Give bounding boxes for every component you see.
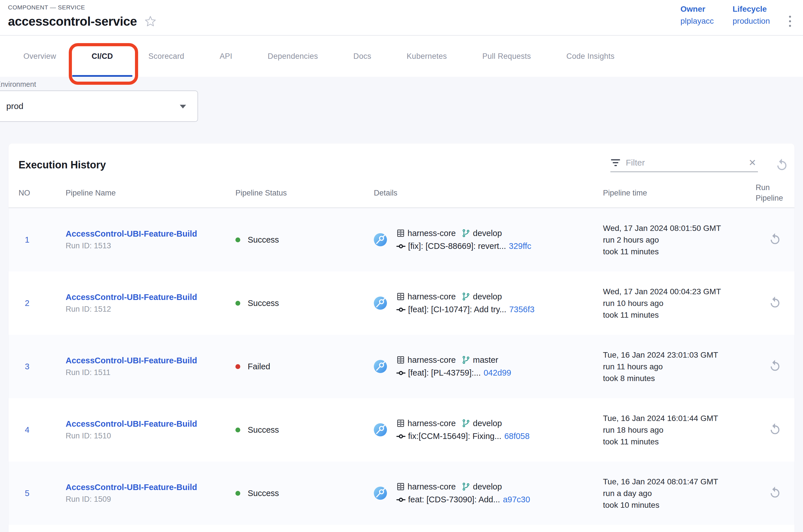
run-pipeline-icon[interactable]	[768, 423, 782, 436]
more-options-kebab-icon[interactable]	[784, 13, 796, 29]
time-relative: run 11 hours ago	[603, 361, 756, 373]
status-label: Success	[248, 299, 279, 308]
filter-input[interactable]	[626, 158, 743, 168]
run-pipeline-icon[interactable]	[768, 233, 782, 246]
commit-sha-link[interactable]: 329ffc	[509, 242, 531, 251]
col-run-pipeline: Run Pipeline	[756, 183, 790, 204]
favorite-star-icon[interactable]	[145, 15, 156, 27]
tab-label: Overview	[23, 52, 56, 61]
pipeline-time: Tue, 16 Jan 2024 23:01:03 GMT run 11 hou…	[603, 349, 756, 384]
time-relative: run a day ago	[603, 488, 756, 499]
row-number: 3	[19, 362, 65, 371]
time-duration: took 10 minutes	[603, 499, 756, 511]
page-title: accesscontrol-service	[8, 14, 137, 28]
section-title: Execution History	[19, 159, 106, 171]
lifecycle-value: production	[732, 17, 770, 26]
commit-message: fix:[CCM-15649]: Fixing...	[408, 432, 501, 441]
time-gmt: Tue, 16 Jan 2024 08:01:47 GMT	[603, 476, 756, 488]
git-branch-icon	[461, 482, 471, 491]
pipeline-name-link[interactable]: AccessControl-UBI-Feature-Build	[65, 419, 235, 429]
time-relative: run 18 hours ago	[603, 424, 756, 436]
git-commit-icon	[396, 432, 406, 441]
run-pipeline-icon[interactable]	[768, 486, 782, 499]
repo-icon	[396, 482, 405, 491]
run-id: Run ID: 1511	[65, 368, 235, 377]
repo-icon	[396, 229, 405, 238]
time-gmt: Tue, 16 Jan 2024 23:01:03 GMT	[603, 349, 756, 361]
branch-name: develop	[473, 419, 502, 428]
clear-filter-icon[interactable]: ✕	[748, 158, 758, 167]
refresh-icon[interactable]	[775, 158, 789, 172]
git-commit-icon	[396, 495, 406, 505]
tab[interactable]: Pull Requests	[464, 36, 549, 77]
page-header: COMPONENT — SERVICE accesscontrol-servic…	[0, 0, 803, 36]
git-branch-icon	[461, 292, 471, 301]
tab[interactable]: Docs	[336, 36, 389, 77]
pipeline-name-link[interactable]: AccessControl-UBI-Feature-Build	[65, 229, 235, 239]
pipeline-execution-icon	[374, 233, 387, 246]
pipeline-time: Tue, 16 Jan 2024 08:01:47 GMT run a day …	[603, 476, 756, 511]
annotation-highlight	[69, 43, 138, 85]
owner-value-link[interactable]: plplayacc	[681, 17, 714, 26]
branch-name: develop	[473, 292, 502, 301]
filter-box: ✕	[610, 158, 758, 172]
commit-sha-link[interactable]: a97c30	[503, 495, 530, 504]
commit-sha-link[interactable]: 68f058	[504, 432, 530, 441]
tab[interactable]: CI/CD	[74, 36, 131, 77]
run-id: Run ID: 1513	[65, 242, 235, 250]
environment-label: Environment	[0, 80, 803, 88]
pipeline-time: Tue, 16 Jan 2024 16:01:44 GMT run 18 hou…	[603, 413, 756, 448]
tab[interactable]: API	[202, 36, 250, 77]
tab[interactable]: Dependencies	[250, 36, 336, 77]
branch-name: master	[473, 355, 498, 365]
tab[interactable]: Overview	[6, 36, 74, 77]
pipeline-time: Wed, 17 Jan 2024 08:01:50 GMT run 2 hour…	[603, 222, 756, 258]
commit-message: feat: [CDS-73090]: Add...	[408, 495, 500, 504]
repo-name: harness-core	[407, 292, 456, 301]
tab-label: Dependencies	[268, 52, 318, 61]
col-pipeline-time: Pipeline time	[603, 189, 756, 197]
status-dot	[235, 428, 240, 432]
repo-name: harness-core	[407, 419, 456, 428]
run-id: Run ID: 1512	[65, 305, 235, 314]
environment-section: Environment prod	[0, 80, 803, 122]
run-pipeline-icon[interactable]	[768, 296, 782, 309]
col-pipeline-status: Pipeline Status	[235, 189, 374, 197]
col-details: Details	[374, 189, 603, 197]
tab[interactable]: Code Insights	[549, 36, 632, 77]
commit-sha-link[interactable]: 042d99	[484, 368, 511, 378]
row-number: 2	[19, 299, 65, 308]
tab[interactable]: Kubernetes	[389, 36, 464, 77]
status-label: Failed	[248, 362, 270, 371]
table-row: 5 AccessControl-UBI-Feature-Build Run ID…	[8, 461, 795, 525]
status-dot	[235, 301, 240, 306]
tab-label: API	[220, 52, 232, 61]
pipeline-name-link[interactable]: AccessControl-UBI-Feature-Build	[65, 292, 235, 302]
dropdown-caret-icon	[180, 105, 186, 109]
pipeline-name-link[interactable]: AccessControl-UBI-Feature-Build	[65, 482, 235, 492]
status-dot	[235, 491, 240, 496]
commit-sha-link[interactable]: 7356f3	[509, 305, 534, 314]
tab-label: Docs	[353, 52, 371, 61]
repo-name: harness-core	[407, 355, 456, 365]
time-gmt: Wed, 17 Jan 2024 08:01:50 GMT	[603, 222, 756, 234]
tab[interactable]: Scorecard	[131, 36, 202, 77]
environment-select[interactable]: prod	[0, 91, 198, 122]
time-duration: took 11 minutes	[603, 436, 756, 448]
branch-name: develop	[473, 482, 502, 492]
time-duration: took 8 minutes	[603, 373, 756, 384]
commit-message: [fix]: [CDS-88669]: revert...	[408, 242, 506, 251]
commit-message: [feat]: [PL-43759]:...	[408, 368, 481, 378]
run-pipeline-icon[interactable]	[768, 359, 782, 373]
environment-selected-value: prod	[6, 101, 23, 111]
status-label: Success	[248, 425, 279, 435]
owner-label: Owner	[681, 4, 714, 14]
pipeline-name-link[interactable]: AccessControl-UBI-Feature-Build	[65, 356, 235, 365]
col-pipeline-name: Pipeline Name	[65, 189, 235, 197]
repo-name: harness-core	[407, 482, 456, 492]
table-row: 2 AccessControl-UBI-Feature-Build Run ID…	[8, 271, 795, 335]
table-row: 1 AccessControl-UBI-Feature-Build Run ID…	[8, 208, 795, 271]
commit-message: [feat]: [CI-10747]: Add try...	[408, 305, 506, 314]
col-no: NO	[19, 189, 65, 197]
status-label: Success	[248, 235, 279, 245]
